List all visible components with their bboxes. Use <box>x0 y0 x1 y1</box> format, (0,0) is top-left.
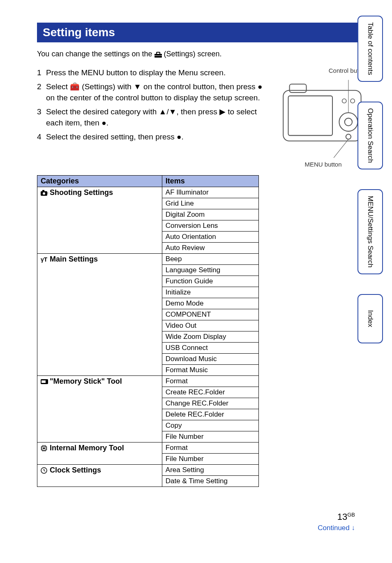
intro-before: You can change the settings on the <box>37 50 154 58</box>
item-cell: Download Music <box>162 353 258 364</box>
item-cell: Grid Line <box>162 198 258 209</box>
svg-point-9 <box>350 99 355 103</box>
item-cell: Beep <box>162 253 258 264</box>
svg-rect-15 <box>42 190 44 192</box>
category-cell: Clock Settings <box>37 464 162 487</box>
intro-after: (Settings) screen. <box>162 50 222 58</box>
item-cell: File Number <box>162 431 258 442</box>
item-cell: Create REC.Folder <box>162 387 258 398</box>
item-cell: USB Connect <box>162 342 258 353</box>
item-cell: Format Music <box>162 364 258 375</box>
svg-text:P: P <box>48 192 48 195</box>
item-cell: Digital Zoom <box>162 209 258 220</box>
item-cell: Format <box>162 442 258 453</box>
tab-operation-search[interactable]: Operation Search <box>357 102 383 169</box>
clock-icon <box>41 467 48 474</box>
item-cell: Demo Mode <box>162 298 258 309</box>
svg-rect-3 <box>283 90 361 141</box>
item-cell: Delete REC.Folder <box>162 409 258 420</box>
svg-point-14 <box>43 192 45 195</box>
control-button-label: Control button <box>279 67 367 74</box>
table-row: Internal Memory ToolFormat <box>37 442 259 453</box>
toolbox-icon <box>154 51 162 60</box>
item-cell: Area Setting <box>162 464 258 475</box>
item-cell: Change REC.Folder <box>162 398 258 409</box>
category-cell: γTMain Settings <box>37 253 162 375</box>
item-cell: Wide Zoom Display <box>162 331 258 342</box>
table-row: "Memory Stick" ToolFormat <box>37 375 259 387</box>
step-1: 1Press the MENU button to display the Me… <box>37 67 272 79</box>
svg-point-8 <box>342 99 346 103</box>
item-cell: COMPONENT <box>162 309 258 320</box>
item-cell: Language Setting <box>162 264 258 276</box>
category-cell: Internal Memory Tool <box>37 442 162 464</box>
camera-icon: P <box>41 190 48 196</box>
tab-index[interactable]: Index <box>357 294 383 343</box>
svg-rect-19 <box>42 380 46 383</box>
page-number: 13GB <box>37 512 355 522</box>
svg-rect-2 <box>154 56 162 56</box>
item-cell: Copy <box>162 420 258 431</box>
item-cell: Format <box>162 375 258 387</box>
svg-point-6 <box>345 118 352 125</box>
card-icon <box>41 379 48 384</box>
page-title: Setting items <box>37 23 367 42</box>
svg-line-36 <box>44 470 45 471</box>
category-label: "Memory Stick" Tool <box>50 377 122 385</box>
wrench-icon: γT <box>41 256 48 263</box>
category-cell: "Memory Stick" Tool <box>37 375 162 442</box>
tab-menu-settings-search[interactable]: MENU/Settings Search <box>357 189 383 274</box>
category-label: Internal Memory Tool <box>50 444 124 452</box>
table-row: γTMain SettingsBeep <box>37 253 259 264</box>
table-row: PShooting SettingsAF Illuminator <box>37 187 259 198</box>
step-2: 2Select 🧰 (Settings) with ▼ on the contr… <box>37 81 272 104</box>
col-categories: Categories <box>37 175 162 187</box>
intro-text: You can change the settings on the (Sett… <box>37 50 367 60</box>
camera-diagram: Control button MENU button <box>279 67 367 168</box>
item-cell: Auto Review <box>162 242 258 253</box>
item-cell: AF Illuminator <box>162 187 258 198</box>
svg-line-12 <box>334 139 348 158</box>
side-nav-tabs: Table of contents Operation Search MENU/… <box>357 16 383 343</box>
col-items: Items <box>162 175 258 187</box>
svg-rect-1 <box>157 52 160 54</box>
menu-button-label: MENU button <box>279 161 367 168</box>
svg-point-5 <box>339 113 357 131</box>
item-cell: Initialize <box>162 287 258 298</box>
category-label: Shooting Settings <box>50 188 113 197</box>
page-footer: 13GB Continued ↓ <box>37 512 367 532</box>
item-cell: Conversion Lens <box>162 220 258 231</box>
svg-rect-10 <box>290 84 307 92</box>
item-cell: Auto Orientation <box>162 231 258 242</box>
camera-illustration <box>279 76 367 160</box>
table-row: Clock SettingsArea Setting <box>37 464 259 475</box>
chip-icon <box>41 445 48 452</box>
svg-point-7 <box>346 134 351 139</box>
category-label: Clock Settings <box>50 466 101 474</box>
category-cell: PShooting Settings <box>37 187 162 253</box>
item-cell: File Number <box>162 453 258 464</box>
svg-rect-4 <box>288 96 332 135</box>
tab-table-of-contents[interactable]: Table of contents <box>357 16 383 82</box>
step-4: 4Select the desired setting, then press … <box>37 131 272 143</box>
steps-list: 1Press the MENU button to display the Me… <box>37 67 272 168</box>
item-cell: Video Out <box>162 320 258 331</box>
category-label: Main Settings <box>50 255 98 263</box>
item-cell: Function Guide <box>162 276 258 287</box>
item-cell: Date & Time Setting <box>162 475 258 487</box>
step-3: 3Select the desired category with ▲/▼, t… <box>37 106 272 129</box>
continued-indicator: Continued ↓ <box>37 524 355 532</box>
svg-rect-21 <box>43 447 45 449</box>
svg-text:γT: γT <box>41 256 47 263</box>
settings-table: Categories Items PShooting SettingsAF Il… <box>37 175 259 487</box>
